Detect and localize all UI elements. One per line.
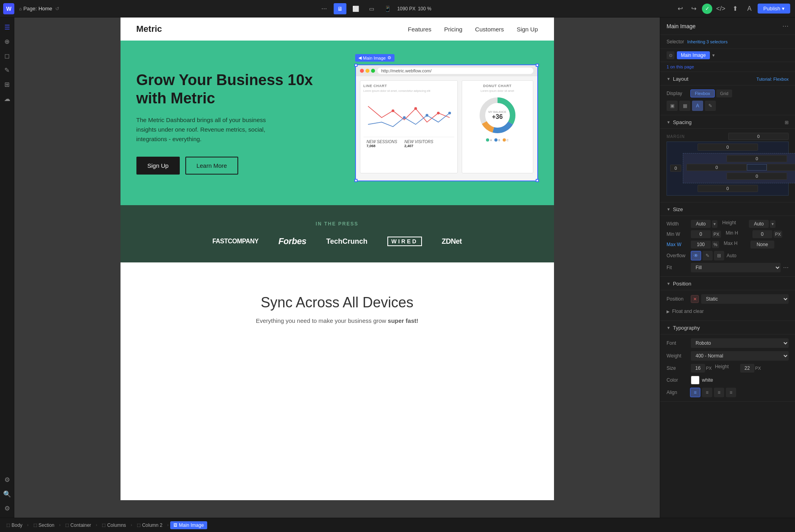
breadcrumb-main-image[interactable]: 🖼 Main Image [170,521,207,529]
publish-button[interactable]: Publish ▾ [758,4,790,14]
breadcrumb-body[interactable]: ⬚ Body [3,521,25,529]
layout-align-start-btn[interactable]: ▣ [667,101,678,111]
spellcheck-btn[interactable]: A [743,3,755,15]
mobile-portrait-btn[interactable]: 📱 [381,3,394,14]
sidebar-icon-assets[interactable]: ✎ [1,64,14,76]
nav-features[interactable]: Features [408,26,432,33]
overflow-hidden-btn[interactable]: ✎ [702,251,713,260]
max-w-unit[interactable]: % [712,241,719,248]
height-unit[interactable]: ▾ [770,220,776,228]
sidebar-icon-add[interactable]: ⊕ [1,35,14,48]
margin-left-input[interactable] [670,165,681,172]
layout-align-stretch-btn[interactable]: A [692,101,703,111]
position-selector[interactable]: Static [701,294,789,304]
panel-more-btn[interactable]: ⋯ [782,22,789,30]
padding-right-input[interactable] [767,164,795,171]
dashboard-content: LINE CHART Lorem ipsum dolor sit amet, c… [356,76,537,177]
typo-height-input[interactable] [740,364,754,373]
breadcrumb-section[interactable]: ⬚ Section [30,521,58,529]
overflow-scroll-btn[interactable]: ⊞ [714,251,724,260]
mobile-landscape-btn[interactable]: ▭ [365,3,378,14]
position-section-header[interactable]: ▼ Position [660,277,795,290]
nav-customers[interactable]: Customers [475,26,504,33]
align-left-btn[interactable]: ≡ [690,388,700,397]
canvas-area[interactable]: Metric Features Pricing Customers Sign U… [14,17,660,518]
spacing-more-btn[interactable]: ⊞ [785,120,789,125]
max-h-input[interactable] [750,241,774,249]
sidebar-icon-search[interactable]: 🔍 [1,487,14,500]
sidebar-icon-settings[interactable]: ⚙ [1,502,14,515]
sidebar-icon-ecommerce[interactable]: ☁ [1,92,14,105]
typography-section-header[interactable]: ▼ Typography [660,321,795,334]
breadcrumb-container[interactable]: ⬚ Container [62,521,94,529]
selector-dropdown-btn[interactable]: ▾ [712,52,715,58]
sidebar-icon-pages[interactable]: ⚙ [1,473,14,486]
color-swatch[interactable] [691,376,700,384]
inheriting-text: Inheriting 3 selectors [687,39,728,44]
layout-tutorial-link[interactable]: Tutorial: Flexbox [756,77,789,82]
selector-pill[interactable]: ◀ Main Image ⚙ [355,54,395,62]
main-image-container[interactable]: http://metric.webflow.com/ LINE CHART Lo… [355,64,538,181]
desktop-view-btn[interactable]: 🖥 [334,3,346,14]
nav-pricing[interactable]: Pricing [444,26,463,33]
margin-top-input[interactable] [698,144,758,151]
w-logo-icon[interactable]: W [3,3,14,14]
padding-bottom-input[interactable] [727,173,787,180]
weight-selector[interactable]: 400 - Normal [691,351,789,361]
display-grid-btn[interactable]: Grid [716,89,733,97]
gear-icon[interactable]: ⚙ [387,55,391,60]
donut-chart-panel: DONUT CHART Lorem ipsum dolor sit amet [462,80,533,173]
align-center-btn[interactable]: ≡ [702,388,712,397]
undo-btn[interactable]: ↩ [674,3,686,15]
nav-signup[interactable]: Sign Up [517,26,538,33]
min-h-input[interactable] [752,230,772,238]
min-w-input[interactable] [691,230,711,238]
sidebar-icon-cms[interactable]: ⊞ [1,78,14,91]
selector-badge[interactable]: Main Image [677,51,710,59]
margin-input[interactable] [728,133,789,140]
fit-more-btn[interactable]: ⋯ [783,264,789,271]
learn-more-button[interactable]: Learn More [185,157,238,175]
share-btn[interactable]: ⬆ [729,3,741,15]
sidebar-icon-navigator[interactable]: ◻ [1,49,14,62]
resize-handle-br[interactable] [536,179,539,182]
refresh-icon[interactable]: ↺ [55,6,59,12]
resize-handle-tr[interactable] [536,64,539,67]
tablet-view-btn[interactable]: ⬜ [350,3,362,14]
max-w-input[interactable] [691,241,711,249]
layout-align-end-btn[interactable]: ✎ [705,101,716,111]
position-clear-btn[interactable]: ✕ [691,295,699,303]
resize-handle-bl[interactable] [354,179,358,182]
overflow-auto-label: Auto [727,253,737,258]
width-input[interactable] [691,220,711,228]
typo-size-input[interactable] [691,364,705,373]
min-w-unit[interactable]: PX [712,231,721,238]
resize-handle-tl[interactable] [354,64,358,67]
float-chevron-icon[interactable]: ▶ [667,309,670,314]
display-flexbox-btn[interactable]: Flexbox [690,89,715,97]
breadcrumb-columns[interactable]: ⬚ Columns [99,521,129,529]
spacing-section-header[interactable]: ▼ Spacing ⊞ [660,115,795,129]
code-view-btn[interactable]: </> [715,3,727,15]
height-input[interactable] [749,220,769,228]
more-options-btn[interactable]: ⋯ [318,3,330,14]
layout-section-header[interactable]: ▼ Layout Tutorial: Flexbox [660,72,795,85]
breadcrumb-column2[interactable]: ⬚ Column 2 [134,521,165,529]
width-unit[interactable]: ▾ [712,220,717,228]
sidebar-icon-layers[interactable]: ☰ [1,21,14,33]
min-h-unit[interactable]: PX [774,231,783,238]
size-chevron-icon: ▼ [667,207,671,212]
margin-bottom-input[interactable] [698,185,758,192]
redo-btn[interactable]: ↪ [688,3,700,15]
align-right-btn[interactable]: ≡ [714,388,724,397]
signup-button[interactable]: Sign Up [136,157,180,175]
align-justify-btn[interactable]: ≡ [726,388,736,397]
font-selector[interactable]: Roboto [691,338,789,348]
layout-align-center-btn[interactable]: ▦ [679,101,690,111]
fit-selector[interactable]: Fill [691,263,781,272]
padding-top-input[interactable] [727,155,787,162]
svg-point-5 [448,112,451,115]
padding-left-input[interactable] [686,164,747,171]
overflow-visible-btn[interactable]: 👁 [691,251,701,260]
size-section-header[interactable]: ▼ Size [660,202,795,216]
